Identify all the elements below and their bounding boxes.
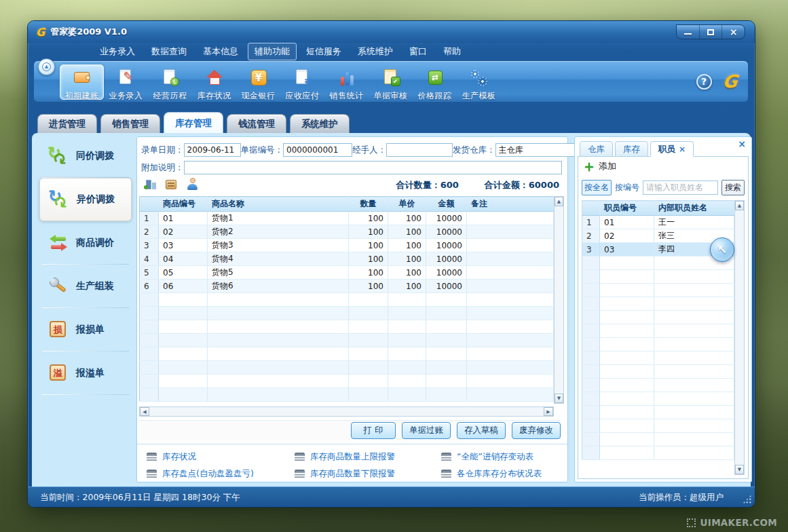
- quick-link[interactable]: 库存商品数量下限报警: [295, 468, 441, 480]
- toolbar-item[interactable]: ✔单据审核: [369, 64, 413, 100]
- toolbar-item[interactable]: 生产模板: [457, 64, 501, 100]
- help-icon[interactable]: ?: [696, 74, 712, 90]
- search-button[interactable]: 搜索: [721, 180, 745, 195]
- field-input[interactable]: [184, 143, 241, 157]
- row-number: 3: [140, 239, 159, 252]
- panel-close-icon[interactable]: ×: [738, 138, 746, 149]
- menu-item[interactable]: 业务录入: [93, 43, 142, 60]
- search-input[interactable]: [643, 180, 718, 195]
- watermark-icon: [687, 518, 696, 527]
- toolbar-item[interactable]: ✎业务录入: [104, 64, 148, 100]
- collapse-toolbar-button[interactable]: ▲: [38, 58, 55, 75]
- sidebar-item[interactable]: ↻↻异价调拨: [39, 178, 132, 221]
- maximize-button[interactable]: [700, 25, 723, 39]
- lookup-tab[interactable]: 仓库: [580, 141, 613, 157]
- table-row[interactable]: 101货物110010010000: [140, 212, 554, 225]
- sidebar-item[interactable]: 商品调价: [39, 221, 132, 265]
- resize-grip[interactable]: [743, 495, 751, 504]
- filter-by-code[interactable]: 按编号: [615, 182, 639, 193]
- cell: 02: [600, 229, 654, 243]
- cell: [388, 334, 426, 347]
- main-tab[interactable]: 系统维护: [290, 114, 350, 133]
- scroll-up-icon[interactable]: ▲: [735, 201, 744, 210]
- toolbar-item[interactable]: 库存状况: [192, 64, 236, 100]
- close-button[interactable]: ×: [722, 25, 745, 39]
- cell: 100: [388, 252, 426, 266]
- table-row[interactable]: 404货物410010010000: [140, 252, 554, 266]
- filter-by-name[interactable]: 按全名: [582, 180, 612, 195]
- main-tab[interactable]: 钱流管理: [227, 114, 286, 133]
- sidebar-item[interactable]: ↻↻同价调拨: [39, 134, 132, 178]
- action-button[interactable]: 打 印: [351, 422, 396, 439]
- doc-list-icon: [295, 453, 305, 462]
- doc-list-icon: [441, 470, 452, 479]
- quick-link[interactable]: 库存盘点(自动盘盈盘亏): [147, 468, 295, 480]
- menu-item[interactable]: 窗口: [402, 43, 434, 60]
- table-row[interactable]: 505货物510010010000: [140, 266, 554, 280]
- menu-item[interactable]: 系统维护: [351, 43, 400, 60]
- row-number: [582, 433, 600, 446]
- empty-row: [582, 311, 734, 324]
- scroll-up-icon[interactable]: ▲: [555, 197, 563, 206]
- table-row[interactable]: 303货物310010010000: [140, 239, 554, 252]
- table-row[interactable]: 101王一: [582, 216, 734, 229]
- scroll-down-icon[interactable]: ▼: [735, 465, 744, 474]
- row-number: [140, 361, 159, 375]
- cell: [467, 280, 554, 293]
- main-tab[interactable]: 库存管理: [164, 112, 223, 133]
- field-input[interactable]: [495, 143, 577, 157]
- add-row[interactable]: + 添加: [584, 160, 616, 172]
- menu-item[interactable]: 辅助功能: [248, 43, 297, 60]
- quick-link[interactable]: 各仓库库存分布状况表: [441, 468, 563, 480]
- scroll-right-icon[interactable]: ▶: [544, 407, 553, 416]
- sidebar-item[interactable]: 溢报溢单: [39, 352, 132, 395]
- menu-item[interactable]: 数据查询: [145, 43, 193, 60]
- cell: 100: [388, 239, 426, 252]
- toolbar-item[interactable]: 初期建账: [60, 64, 104, 100]
- cell: [426, 347, 467, 361]
- sidebar-item[interactable]: 损报损单: [39, 308, 132, 352]
- row-number: 2: [140, 225, 159, 239]
- lookup-tab[interactable]: 职员×: [650, 141, 694, 157]
- toolbar-item[interactable]: 经营历程: [148, 64, 192, 100]
- items-vertical-scrollbar[interactable]: ▲ ▼: [554, 196, 564, 404]
- main-tab[interactable]: 销售管理: [100, 114, 160, 133]
- staff-vertical-scrollbar[interactable]: ▲ ▼: [734, 200, 745, 475]
- toolbar-item[interactable]: ⇄价格跟踪: [413, 64, 457, 100]
- action-button[interactable]: 存入草稿: [457, 422, 506, 439]
- main-tab[interactable]: 进货管理: [37, 114, 97, 133]
- lookup-tab[interactable]: 库存: [615, 141, 648, 157]
- minimize-button[interactable]: [677, 25, 700, 39]
- cell: [159, 307, 208, 320]
- table-row[interactable]: 202张三: [582, 229, 734, 243]
- field-input[interactable]: [283, 143, 352, 157]
- empty-row: [582, 324, 734, 338]
- cell: [654, 419, 734, 433]
- row-number: [582, 446, 600, 460]
- table-row[interactable]: 202货物210010010000: [140, 225, 554, 239]
- cell: [467, 293, 554, 307]
- items-horizontal-scrollbar[interactable]: ◀ ▶: [139, 406, 554, 417]
- scroll-down-icon[interactable]: ▼: [555, 394, 563, 403]
- menu-item[interactable]: 短信服务: [299, 43, 348, 60]
- sidebar-item[interactable]: 生产组装: [39, 265, 132, 308]
- note-input[interactable]: [184, 161, 563, 174]
- quick-link[interactable]: 库存商品数量上限报警: [295, 451, 441, 463]
- tab-close-icon[interactable]: ×: [679, 145, 686, 154]
- menu-item[interactable]: 帮助: [436, 43, 468, 60]
- quick-link[interactable]: 库存状况: [147, 451, 295, 463]
- table-row[interactable]: 606货物610010010000: [140, 280, 554, 293]
- cell: [654, 338, 734, 352]
- toolbar-item[interactable]: ¥现金银行: [236, 64, 280, 100]
- row-number: 3: [582, 243, 600, 256]
- menu-item[interactable]: 基本信息: [196, 43, 245, 60]
- quick-link[interactable]: “全能”进销存变动表: [441, 451, 563, 463]
- cell: [467, 361, 554, 375]
- action-button[interactable]: 单据过账: [402, 422, 451, 439]
- action-button[interactable]: 废弃修改: [512, 422, 561, 439]
- scroll-left-icon[interactable]: ◀: [140, 407, 149, 416]
- cursor-icon: ↖: [710, 238, 734, 262]
- toolbar-item[interactable]: 销售统计: [324, 64, 369, 100]
- toolbar-item[interactable]: ⇄应收应付: [280, 64, 324, 100]
- field-input[interactable]: [386, 143, 453, 157]
